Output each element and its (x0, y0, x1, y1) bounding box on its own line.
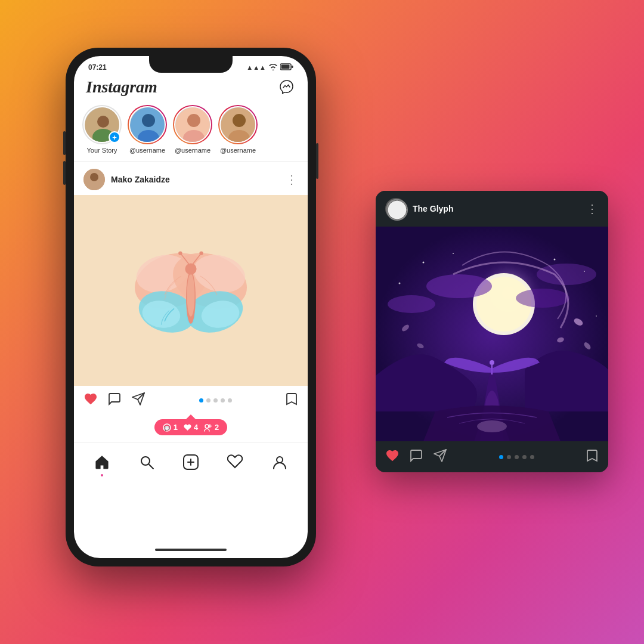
post-image (74, 195, 308, 386)
carousel-dots (155, 398, 275, 402)
story-label-1: @username (129, 147, 165, 154)
like-notif: 4 (184, 423, 198, 432)
messenger-button[interactable] (278, 78, 296, 96)
volume-down-button (63, 161, 66, 185)
svg-point-50 (537, 264, 596, 285)
story-item-2[interactable]: @username (173, 105, 212, 154)
story-item-own[interactable]: + Your Story (82, 105, 122, 154)
nav-home[interactable] (90, 450, 114, 474)
story-item-3[interactable]: @username (218, 105, 258, 154)
dark-bookmark-button[interactable] (586, 448, 599, 465)
wifi-icon (268, 63, 278, 72)
svg-point-63 (399, 283, 401, 284)
volume-up-button (63, 131, 66, 155)
post-user-avatar (83, 169, 105, 190)
instagram-header: Instagram (74, 75, 308, 101)
svg-point-48 (426, 274, 492, 298)
svg-point-52 (477, 420, 507, 432)
svg-point-32 (199, 251, 203, 255)
power-button (316, 143, 318, 179)
like-button[interactable] (83, 392, 98, 408)
dark-username: The Glyph (413, 204, 580, 213)
story-label-3: @username (220, 147, 256, 154)
story-label-own: Your Story (87, 147, 117, 154)
dark-user-avatar (385, 198, 407, 219)
story-label-2: @username (175, 147, 210, 154)
home-indicator (155, 549, 227, 551)
nav-search[interactable] (135, 450, 159, 474)
svg-point-62 (584, 271, 585, 272)
svg-point-51 (388, 295, 435, 313)
svg-point-36 (141, 457, 150, 465)
svg-point-64 (596, 315, 597, 317)
divider (74, 161, 308, 162)
dark-post-actions (376, 441, 608, 472)
instagram-logo: Instagram (86, 78, 157, 97)
svg-line-37 (149, 465, 153, 469)
notification-bubble[interactable]: 💬 1 4 2 (154, 419, 228, 435)
nav-add[interactable] (179, 450, 203, 474)
svg-point-61 (554, 259, 556, 261)
follow-notif: 2 (204, 423, 219, 432)
svg-point-7 (142, 114, 155, 127)
active-indicator (101, 474, 103, 476)
svg-point-43 (388, 200, 407, 219)
dark-share-button[interactable] (433, 448, 447, 465)
comment-notif: 💬 1 (163, 423, 178, 432)
dark-post-header: The Glyph ⋮ (376, 191, 608, 227)
stories-row: + Your Story (74, 101, 308, 161)
post-actions (74, 386, 308, 414)
post-header: Mako Zakaidze ⋮ (74, 164, 308, 195)
add-story-button[interactable]: + (109, 131, 120, 143)
status-icons: ▲▲▲ (246, 63, 293, 72)
svg-point-60 (453, 253, 454, 254)
svg-point-28 (185, 263, 196, 274)
svg-point-49 (516, 289, 569, 308)
story-item-1[interactable]: @username (128, 105, 167, 154)
dark-comment-button[interactable] (409, 448, 423, 465)
battery-icon (280, 63, 293, 72)
nav-likes[interactable] (223, 450, 247, 474)
bookmark-button[interactable] (285, 398, 298, 408)
svg-point-59 (423, 262, 425, 264)
post-more-button[interactable]: ⋮ (286, 172, 298, 187)
svg-text:💬: 💬 (164, 425, 170, 431)
nav-profile[interactable] (268, 450, 292, 474)
svg-point-4 (97, 116, 109, 128)
dark-post-image (376, 227, 608, 441)
dark-like-button[interactable] (385, 448, 400, 465)
phone-notch (149, 56, 233, 73)
post-username: Mako Zakaidze (111, 175, 280, 184)
svg-point-30 (178, 251, 182, 255)
comment-button[interactable] (107, 392, 122, 408)
dark-post-card: The Glyph ⋮ (376, 191, 608, 472)
signal-icon: ▲▲▲ (246, 64, 266, 71)
status-time: 07:21 (88, 63, 107, 72)
svg-point-53 (490, 360, 494, 365)
share-button[interactable] (131, 392, 145, 408)
svg-point-16 (90, 173, 98, 181)
svg-rect-1 (281, 65, 290, 69)
svg-point-27 (187, 274, 195, 317)
svg-point-13 (233, 114, 246, 127)
svg-point-41 (277, 457, 283, 463)
dark-carousel-dots (457, 455, 576, 459)
bottom-nav (74, 442, 308, 484)
svg-point-10 (187, 114, 200, 127)
svg-rect-2 (292, 66, 293, 68)
phone-mockup: 07:21 ▲▲▲ Instagram (66, 48, 316, 566)
dark-more-button[interactable]: ⋮ (586, 202, 599, 216)
